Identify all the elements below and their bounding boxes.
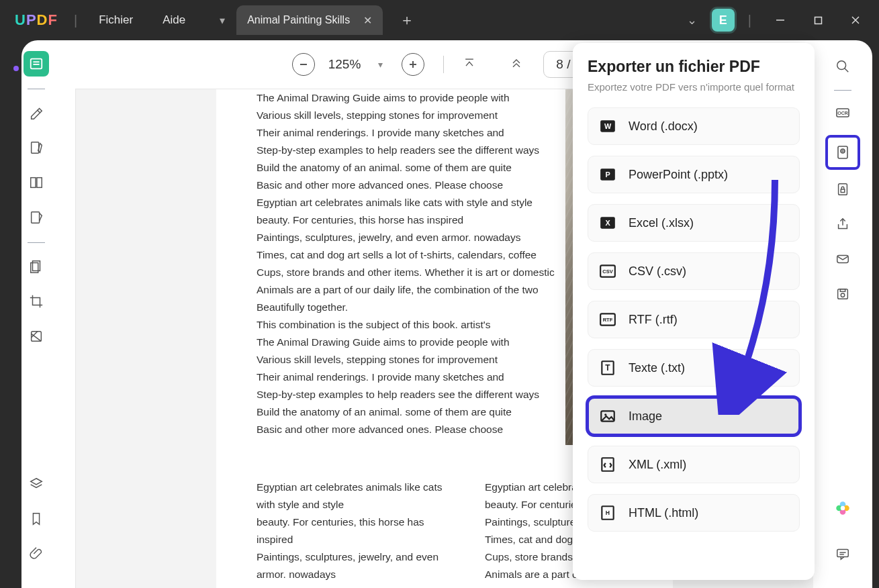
export-option-label: XML (.xml) — [629, 458, 686, 472]
ocr-button[interactable]: OCR — [830, 100, 855, 126]
tab-title: Animal Painting Skills — [247, 14, 350, 26]
word-icon: W — [599, 117, 616, 135]
search-button[interactable] — [830, 54, 855, 79]
highlighter-tool-button[interactable] — [24, 100, 49, 126]
text-line: Times, cat and dog art sells a lot of t-… — [257, 583, 445, 588]
svg-line-14 — [32, 334, 42, 341]
export-option-xml[interactable]: XML (.xml) — [588, 446, 800, 483]
ai-assistant-button[interactable] — [830, 495, 855, 521]
close-window-button[interactable] — [840, 9, 871, 31]
organize-pages-button[interactable] — [24, 254, 49, 279]
svg-point-52 — [841, 506, 845, 511]
svg-rect-53 — [837, 550, 849, 557]
text-line: beauty. For centuries, this horse has in… — [257, 513, 445, 548]
csv-icon: CSV — [599, 262, 616, 280]
export-option-label: PowerPoint (.pptx) — [629, 168, 728, 182]
svg-rect-1 — [815, 17, 821, 23]
html-icon: H — [599, 504, 616, 522]
svg-rect-47 — [840, 289, 845, 292]
minimize-button[interactable] — [765, 9, 796, 31]
comment-button[interactable] — [830, 541, 855, 567]
edit-tool-button[interactable] — [24, 135, 49, 160]
svg-text:RTF: RTF — [603, 317, 613, 323]
export-option-label: Word (.docx) — [629, 119, 698, 134]
share-button[interactable] — [830, 211, 855, 237]
svg-point-37 — [837, 61, 846, 70]
email-button[interactable] — [830, 246, 855, 272]
text-line: Paintings, sculptures, jewelry, and even… — [257, 548, 445, 583]
svg-rect-10 — [32, 212, 40, 224]
export-option-powerpoint[interactable]: PPowerPoint (.pptx) — [588, 156, 800, 193]
export-option-label: RTF (.rtf) — [629, 313, 678, 327]
svg-text:X: X — [605, 219, 610, 227]
rtf-icon: RTF — [599, 311, 616, 328]
zoom-dropdown-icon[interactable]: ▾ — [378, 59, 383, 70]
svg-text:T: T — [605, 363, 610, 373]
export-option-image[interactable]: Image — [588, 397, 800, 435]
svg-text:W: W — [604, 122, 612, 130]
svg-text:CSV: CSV — [602, 268, 613, 275]
separator: | — [748, 13, 751, 28]
svg-text:OCR: OCR — [837, 111, 848, 115]
export-option-html[interactable]: HHTML (.html) — [588, 494, 800, 532]
svg-text:H: H — [606, 509, 610, 516]
save-button[interactable] — [830, 281, 855, 307]
maximize-button[interactable] — [802, 9, 833, 31]
tab-close-button[interactable]: ✕ — [363, 14, 372, 27]
export-panel: Exporter un fichier PDF Exportez votre P… — [573, 43, 815, 580]
export-panel-subtitle: Exportez votre PDF vers n'importe quel f… — [588, 81, 800, 93]
image-icon — [599, 407, 616, 425]
menu-file[interactable]: Fichier — [84, 13, 148, 27]
export-option-excel[interactable]: XExcel (.xlsx) — [588, 204, 800, 242]
export-option-word[interactable]: WWord (.docx) — [588, 107, 800, 145]
zoom-out-button[interactable] — [292, 53, 315, 76]
xml-icon — [599, 456, 616, 473]
pages-tool-button[interactable] — [24, 170, 49, 195]
separator: | — [74, 13, 77, 28]
export-option-label: Texte (.txt) — [629, 361, 685, 375]
text-icon: T — [599, 359, 616, 377]
export-panel-title: Exporter un fichier PDF — [588, 58, 800, 76]
titlebar: UPDF | Fichier Aide ▾ Animal Painting Sk… — [0, 0, 879, 40]
user-avatar[interactable]: E — [712, 9, 735, 32]
crop-tool-button[interactable] — [24, 289, 49, 314]
export-option-csv[interactable]: CSVCSV (.csv) — [588, 252, 800, 290]
zoom-level[interactable]: 125% — [324, 57, 365, 72]
zoom-in-button[interactable] — [402, 53, 424, 76]
export-option-text[interactable]: TTexte (.txt) — [588, 349, 800, 387]
current-page: 8 — [556, 57, 563, 71]
menu-help[interactable]: Aide — [148, 13, 200, 27]
svg-rect-8 — [31, 178, 36, 188]
svg-point-46 — [841, 293, 845, 297]
app-logo: UPDF — [15, 11, 58, 29]
tab-list-button[interactable]: ▾ — [212, 10, 232, 30]
tab-bar: ▾ Animal Painting Skills ✕ ＋ — [212, 0, 419, 40]
left-toolbar — [0, 40, 73, 588]
document-tab[interactable]: Animal Painting Skills ✕ — [236, 5, 383, 35]
excel-icon: X — [599, 214, 616, 232]
powerpoint-icon: P — [599, 166, 616, 183]
svg-line-38 — [845, 68, 849, 72]
svg-text:P: P — [605, 170, 610, 179]
svg-rect-7 — [32, 142, 39, 154]
protect-button[interactable] — [830, 177, 855, 202]
export-pdf-button[interactable] — [825, 135, 860, 170]
export-option-label: Image — [629, 409, 662, 424]
export-option-rtf[interactable]: RTFRTF (.rtf) — [588, 301, 800, 338]
reader-mode-button[interactable] — [24, 51, 49, 77]
layers-button[interactable] — [24, 471, 49, 497]
attachment-button[interactable] — [24, 541, 49, 567]
export-option-label: Excel (.xlsx) — [629, 216, 694, 230]
svg-rect-43 — [841, 189, 845, 193]
export-option-label: CSV (.csv) — [629, 264, 686, 279]
bookmark-button[interactable] — [24, 506, 49, 532]
export-option-label: HTML (.html) — [629, 506, 698, 520]
new-tab-button[interactable]: ＋ — [395, 8, 419, 32]
redact-tool-button[interactable] — [24, 324, 49, 349]
titlebar-dropdown[interactable]: ⌄ — [679, 13, 705, 28]
prev-page-button[interactable] — [510, 56, 523, 72]
svg-rect-34 — [602, 458, 613, 471]
form-tool-button[interactable] — [24, 205, 49, 230]
svg-rect-9 — [37, 178, 42, 188]
first-page-button[interactable] — [463, 56, 476, 72]
